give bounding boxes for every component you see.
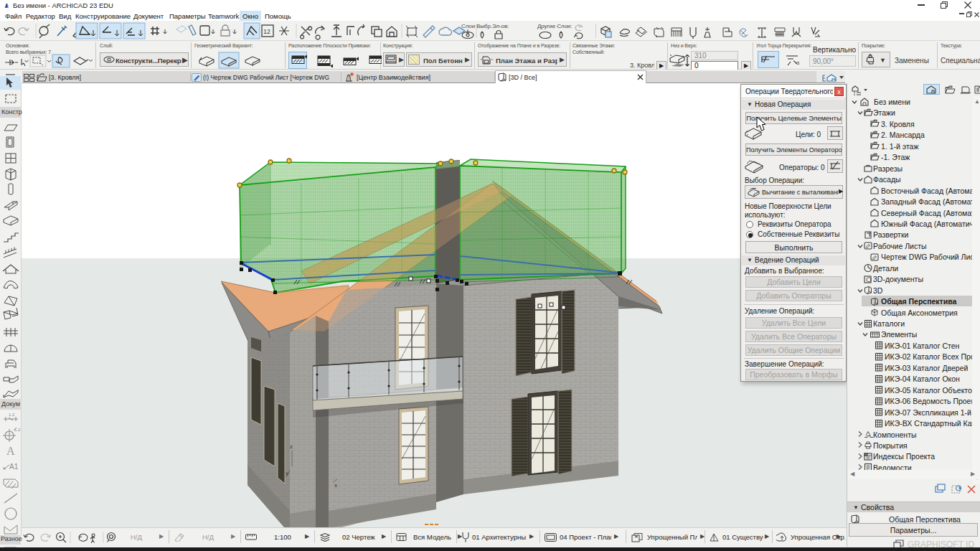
svg-text:1.2: 1.2 <box>14 428 21 432</box>
svg-text:x: x <box>334 482 337 489</box>
svg-text:12: 12 <box>263 28 270 35</box>
svg-text:A1: A1 <box>9 463 19 471</box>
svg-text:1.2: 1.2 <box>9 413 15 417</box>
svg-text:A: A <box>6 445 15 457</box>
svg-text:α: α <box>796 60 799 65</box>
svg-text:z: z <box>290 443 293 450</box>
